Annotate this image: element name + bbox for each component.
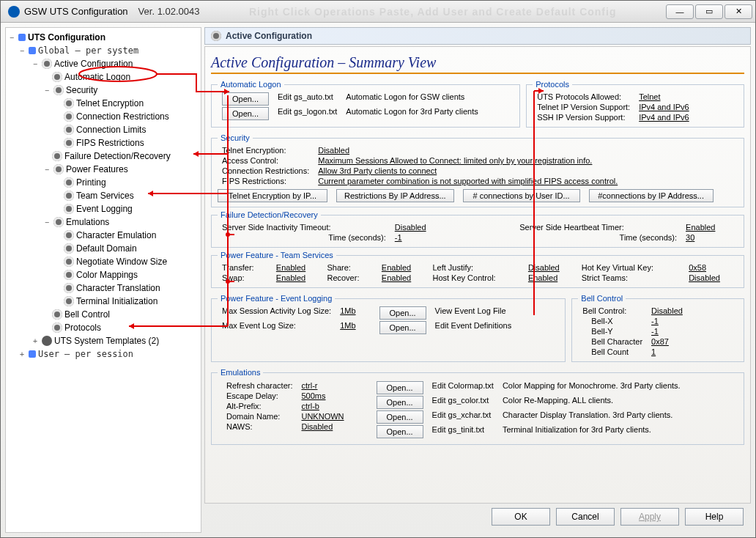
open-gstinit-button[interactable]: Open... <box>377 425 423 438</box>
bell-x-label: Bell-X <box>578 316 647 326</box>
inactivity-time-value[interactable]: -1 <box>390 232 449 243</box>
tree-protocols[interactable]: Protocols <box>7 321 199 334</box>
globe-icon <box>29 47 36 54</box>
tree-connection-limits[interactable]: Connection Limits <box>7 123 199 136</box>
tree-automatic-logon[interactable]: Automatic Logon <box>7 70 199 84</box>
gear-icon <box>64 296 74 306</box>
tree-team-services[interactable]: Team Services <box>7 189 199 202</box>
gear-icon <box>64 257 74 267</box>
tree-power-features[interactable]: −Power Features <box>7 163 199 176</box>
connections-by-userid-button[interactable]: # connections by User ID... <box>463 189 580 202</box>
help-button[interactable]: Help <box>685 508 744 526</box>
gear-icon <box>64 125 74 135</box>
max-session-log-value[interactable]: 1Mb <box>336 306 360 320</box>
apply-button[interactable]: Apply <box>620 508 679 526</box>
gear-icon <box>53 85 64 95</box>
connections-by-ip-button[interactable]: #connections by IP Address... <box>589 189 714 202</box>
hostkey-value[interactable]: Enabled <box>524 273 577 283</box>
swap-value[interactable]: Enabled <box>272 273 323 283</box>
tree-user[interactable]: +User – per session <box>7 347 199 361</box>
telnet-ip-support-value[interactable]: IPv4 and IPv6 <box>634 102 694 112</box>
telnet-encryption-value[interactable]: Disabled <box>314 145 622 155</box>
open-gs-auto-button[interactable]: Open... <box>222 92 269 106</box>
open-gscolor-button[interactable]: Open... <box>377 396 423 409</box>
ok-button[interactable]: OK <box>492 508 550 526</box>
bell-count-value[interactable]: 1 <box>647 347 687 357</box>
domain-name-value[interactable]: UNKNOWN <box>297 411 348 421</box>
transfer-value[interactable]: Enabled <box>272 262 323 273</box>
recover-value[interactable]: Enabled <box>377 273 429 283</box>
tree-failure-detection[interactable]: Failure Detection/Recovery <box>7 150 199 163</box>
tree-root[interactable]: −UTS Configuration <box>7 31 199 44</box>
tree-bell-control[interactable]: Bell Control <box>7 308 199 321</box>
tree-telnet-encryption[interactable]: Telnet Encryption <box>7 97 199 110</box>
protocols-allowed-value[interactable]: Telnet <box>634 92 694 102</box>
fips-restrictions-value[interactable]: Current parameter combination is not sup… <box>314 176 622 186</box>
refresh-char-value[interactable]: ctrl-r <box>297 380 348 391</box>
client-area: −UTS Configuration −Global – per system … <box>1 23 755 537</box>
gear-icon <box>64 243 74 254</box>
alt-prefix-label: Alt-Prefix: <box>222 401 297 411</box>
tree-connection-restrictions[interactable]: Connection Restrictions <box>7 110 199 123</box>
restrictions-by-ip-button[interactable]: Restrictions By IP Address... <box>336 189 454 202</box>
left-justify-value[interactable]: Disabled <box>524 262 577 273</box>
share-value[interactable]: Enabled <box>377 262 429 273</box>
tree-security[interactable]: −Security <box>7 84 199 97</box>
bell-y-value[interactable]: -1 <box>647 326 687 336</box>
open-eventlog-button[interactable]: Open... <box>379 306 426 320</box>
bell-control-value[interactable]: Disabled <box>647 306 687 316</box>
open-eventdefs-button[interactable]: Open... <box>379 321 426 334</box>
gear-icon <box>52 151 62 161</box>
group-bell-control: Bell Control Bell Control:Disabled Bell-… <box>571 294 744 362</box>
max-event-log-value[interactable]: 1Mb <box>336 320 360 335</box>
close-button[interactable]: ✕ <box>724 4 752 19</box>
tree-terminal-initialization[interactable]: Terminal Initialization <box>7 295 199 308</box>
bell-x-value[interactable]: -1 <box>647 316 687 326</box>
heartbeat-time-value[interactable]: 30 <box>681 232 738 243</box>
tree-active-config[interactable]: −Active Configuration <box>7 57 199 70</box>
fips-restrictions-label: FIPS Restrictions: <box>218 176 314 186</box>
open-colormap-button[interactable]: Open... <box>377 381 423 394</box>
heartbeat-timer-value[interactable]: Enabled <box>681 222 738 232</box>
edit-gs-auto-label: Edit gs_auto.txt <box>273 92 341 106</box>
main-window: GSW UTS Configuration Ver. 1.02.0043 Rig… <box>0 0 756 538</box>
tree-character-translation[interactable]: Character Translation <box>7 281 199 295</box>
gear-icon <box>64 191 74 201</box>
gear-icon <box>52 72 62 82</box>
access-control-value[interactable]: Maximum Sessions Allowed to Connect: lim… <box>314 155 622 166</box>
connection-restrictions-label: Connection Restrictions: <box>218 166 314 176</box>
tree-pane[interactable]: −UTS Configuration −Global – per system … <box>5 27 201 533</box>
open-gs-logon-button[interactable]: Open... <box>222 107 269 120</box>
ssh-ip-support-value[interactable]: IPv4 and IPv6 <box>634 112 694 122</box>
tree-fips-restrictions[interactable]: FIPS Restrictions <box>7 136 199 150</box>
tree-system-templates[interactable]: +UTS System Templates (2) <box>7 334 199 347</box>
tree-printing[interactable]: Printing <box>7 176 199 189</box>
tree-global[interactable]: −Global – per system <box>7 44 199 57</box>
cancel-button[interactable]: Cancel <box>556 508 615 526</box>
tree-emulations[interactable]: −Emulations <box>7 215 199 229</box>
strict-teams-value[interactable]: Disabled <box>684 273 738 283</box>
tree-negotiate-window-size[interactable]: Negotiate Window Size <box>7 255 199 268</box>
connection-restrictions-value[interactable]: Allow 3rd Party clients to connect <box>314 166 622 176</box>
tree-event-logging[interactable]: Event Logging <box>7 202 199 215</box>
minimize-button[interactable]: — <box>666 4 694 19</box>
tree-default-domain[interactable]: Default Domain <box>7 242 199 255</box>
tree-color-mappings[interactable]: Color Mappings <box>7 268 199 281</box>
tree-character-emulation[interactable]: Character Emulation <box>7 229 199 242</box>
naws-value[interactable]: Disabled <box>297 421 348 432</box>
hotkey-value[interactable]: 0x58 <box>684 262 738 273</box>
alt-prefix-value[interactable]: ctrl-b <box>297 401 348 411</box>
legend-team-services: Power Feature - Team Services <box>218 251 336 259</box>
bell-character-value[interactable]: 0x87 <box>647 336 687 347</box>
edit-colormap-label: Edit Colormap.txt <box>428 380 498 395</box>
open-gsxchar-button[interactable]: Open... <box>377 410 423 424</box>
left-justify-label: Left Justify: <box>428 262 523 273</box>
dialog-buttons: OK Cancel Apply Help <box>204 504 751 533</box>
legend-automatic-logon: Automatic Logon <box>218 80 284 89</box>
inactivity-timeout-value[interactable]: Disabled <box>390 222 449 232</box>
telnet-encryption-by-ip-button[interactable]: Telnet Encryption by IP... <box>218 189 327 202</box>
escape-delay-value[interactable]: 500ms <box>297 391 348 401</box>
maximize-button[interactable]: ▭ <box>695 4 723 19</box>
gsxchar-desc: Character Display Translation. 3rd Party… <box>498 410 685 424</box>
gstinit-desc: Terminal Initialization for 3rd Party cl… <box>498 424 685 439</box>
